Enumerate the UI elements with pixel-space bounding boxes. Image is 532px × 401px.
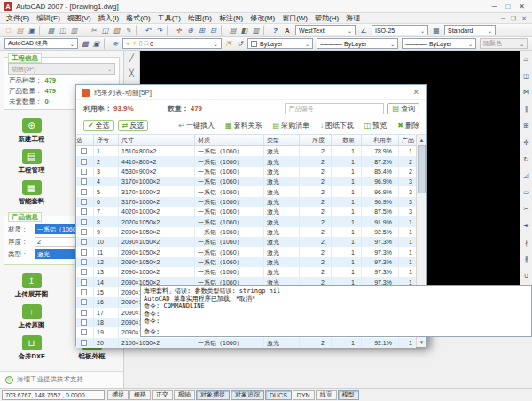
dim-style-select[interactable]: ISO-25⌄ <box>372 25 428 35</box>
toolbar-icon[interactable]: ↶ <box>142 25 153 36</box>
toolbar-icon[interactable]: ▤ <box>227 25 239 36</box>
row-checkbox[interactable] <box>81 340 87 346</box>
table-row[interactable]: 5 3170×1000×2 一系铝（1060） 激光 2 1 96.9% 3 <box>76 186 416 196</box>
close-button[interactable]: ✕ <box>519 3 525 11</box>
project-select[interactable]: 动丽(5P) ⌄ <box>8 63 115 75</box>
row-checkbox[interactable] <box>81 169 87 175</box>
text-style-select[interactable]: WestText⌄ <box>295 25 356 35</box>
status-toggle-button[interactable]: 正交 <box>152 390 173 400</box>
status-toggle-button[interactable]: 线宽 <box>316 390 337 400</box>
dialog-action-button[interactable]: ◫ 预览 <box>364 121 387 130</box>
status-toggle-button[interactable]: DUCS <box>265 390 292 400</box>
menu-item[interactable]: 文件(F) <box>3 13 33 23</box>
table-row[interactable]: 6 3170×1000×2 一系铝（1060） 激光 2 1 96.9% 3 <box>76 197 416 207</box>
toolbar-icon[interactable]: ↷ <box>153 25 165 36</box>
draw-tool-icon[interactable]: ╳ <box>126 66 138 81</box>
lineweight-select[interactable]: ———— ByLayer⌄ <box>402 38 476 49</box>
query-button[interactable]: ▤ 查询 <box>387 103 419 114</box>
status-toggle-button[interactable]: 对象捕捉 <box>196 390 230 400</box>
status-toggle-button[interactable]: 栅格 <box>129 390 151 400</box>
command-window[interactable]: 海理套料」错误: 参数类型错误: stringp nilAutoCAD 菜单实用… <box>140 285 532 337</box>
table-row[interactable]: 10 2090×1050×2 一系铝（1060） 激光 2 1 97.3% 1 <box>76 237 416 247</box>
toolbar-icon[interactable]: ◫ <box>99 25 111 36</box>
layer-previous-icon[interactable]: ↺ <box>234 38 246 50</box>
status-toggle-button[interactable]: 捕捉 <box>107 390 129 400</box>
menu-item[interactable]: 视图(V) <box>64 13 95 23</box>
maximize-button[interactable]: □ <box>505 3 510 11</box>
panel-action-button[interactable]: ▦ 智能套料 <box>2 177 61 208</box>
mdi-minimize-button[interactable]: ─ <box>501 15 505 22</box>
dialog-close-icon[interactable]: ✕ <box>411 88 421 97</box>
mdi-restore-button[interactable]: ❏ <box>511 15 516 22</box>
menu-item[interactable]: 帮助(H) <box>311 13 342 23</box>
toolbar-icon[interactable] <box>136 25 140 36</box>
row-checkbox[interactable] <box>81 199 87 205</box>
color-select[interactable]: ByLayer⌄ <box>247 38 313 49</box>
dialog-action-button[interactable]: ↓ 图纸下载 <box>320 121 354 130</box>
toolbar-icon[interactable]: □ <box>3 25 14 36</box>
toolbar-icon[interactable]: ◧ <box>239 25 250 36</box>
dialog-action-button[interactable]: ↩ 一键插入 <box>178 121 215 130</box>
row-checkbox[interactable] <box>81 289 87 295</box>
table-row[interactable]: 20 2100×1050×2 一系铝（1060） 激光 2 1 92.1% 1 <box>76 338 416 348</box>
modify-tool-icon[interactable]: ↻ <box>520 151 532 168</box>
select-all-button[interactable]: ✔ 全选 <box>83 120 114 131</box>
menu-item[interactable]: 海理 <box>342 13 364 23</box>
row-checkbox[interactable] <box>81 249 87 256</box>
table-row[interactable]: 12 2090×1050×2 一系铝（1060） 激光 2 1 97.3% 1 <box>76 257 416 267</box>
row-checkbox[interactable] <box>81 269 87 275</box>
table-row[interactable]: 2 4410×800×2 一系铝（1060） 激光 2 1 87.2% 2 <box>76 156 416 166</box>
menu-item[interactable]: 工具(T) <box>154 13 184 23</box>
workspace-select[interactable]: AutoCAD 经典⌄ <box>4 38 78 49</box>
row-checkbox[interactable] <box>81 148 87 154</box>
modify-tool-icon[interactable]: ∦ <box>520 251 532 268</box>
toolbar-icon[interactable]: ⊕ <box>184 25 196 36</box>
row-checkbox[interactable] <box>81 189 87 195</box>
mdi-close-button[interactable]: ✕ <box>521 15 527 22</box>
minimize-button[interactable]: ─ <box>492 3 497 11</box>
modify-tool-icon[interactable]: ▱ <box>520 51 532 67</box>
panel-action-button[interactable]: ▤ 工程管理 <box>2 146 61 177</box>
toolbar-icon[interactable]: ✎ <box>122 25 134 36</box>
row-checkbox[interactable] <box>81 239 87 245</box>
modify-tool-icon[interactable]: ∤ <box>520 234 532 251</box>
toolbar-icon[interactable]: ▣ <box>26 25 37 36</box>
panel-action-button[interactable]: ↥ 上传展开图 <box>2 271 61 301</box>
row-checkbox[interactable] <box>81 329 87 335</box>
workspace-save-icon[interactable]: ▣ <box>90 38 102 50</box>
toolbar-icon[interactable]: ▥ <box>68 25 80 36</box>
row-checkbox[interactable] <box>81 319 87 326</box>
status-toggle-button[interactable]: DYN <box>293 390 315 400</box>
command-prompt[interactable]: 命令: <box>141 326 531 336</box>
row-checkbox[interactable] <box>81 208 87 215</box>
menu-item[interactable]: 编辑(E) <box>33 13 64 23</box>
status-toggle-button[interactable]: 对象追踪 <box>231 390 264 400</box>
toolbar-icon[interactable] <box>167 25 171 36</box>
invert-selection-button[interactable]: ⇄ 反选 <box>118 120 149 131</box>
table-row[interactable]: 13 2090×1050×2 一系铝（1060） 激光 2 1 97.3% 1 <box>76 267 416 277</box>
product-number-input[interactable] <box>285 103 384 114</box>
toolbar-icon[interactable]: ▤ <box>14 25 26 36</box>
table-row[interactable]: 7 4020×1000×2 一系铝（1060） 激光 2 1 87.5% 3 <box>76 207 416 216</box>
table-row[interactable]: 11 2090×1050×2 一系铝（1060） 激光 2 1 97.3% 1 <box>76 247 416 256</box>
layer-properties-manager-icon[interactable]: ≋ <box>110 38 121 50</box>
toolbar-icon[interactable] <box>263 25 268 36</box>
modify-tool-icon[interactable]: ∥ <box>520 100 532 117</box>
toolbar-icon[interactable]: ✂ <box>88 25 99 36</box>
modify-tool-icon[interactable]: ∪ <box>520 267 532 284</box>
menu-item[interactable]: 格式(O) <box>122 13 154 23</box>
row-checkbox[interactable] <box>81 310 87 316</box>
row-checkbox[interactable] <box>81 159 87 165</box>
modify-tool-icon[interactable]: ⋈ <box>520 84 532 101</box>
modify-tool-icon[interactable]: ✛ <box>520 134 532 151</box>
toolbar-icon[interactable]: ? <box>270 25 281 36</box>
status-toggle-button[interactable]: 极轴 <box>174 390 195 400</box>
table-row[interactable]: 8 2020×1050×2 一系铝（1060） 激光 2 1 91.9% 1 <box>76 216 416 226</box>
table-row[interactable]: 9 2090×1050×2 一系铝（1060） 激光 2 1 92.5% 1 <box>76 227 416 237</box>
row-checkbox[interactable] <box>81 219 87 225</box>
layer-select[interactable]: ●☀▯□ 0 ⌄ <box>122 38 222 49</box>
table-row[interactable]: 1 1510×800×2 一系铝（1060） 激光 2 1 78.9% 1 <box>76 146 416 156</box>
toolbar-icon[interactable] <box>82 25 86 36</box>
modify-tool-icon[interactable]: ⊞ <box>520 117 532 134</box>
menu-item[interactable]: 标注(N) <box>215 13 246 23</box>
